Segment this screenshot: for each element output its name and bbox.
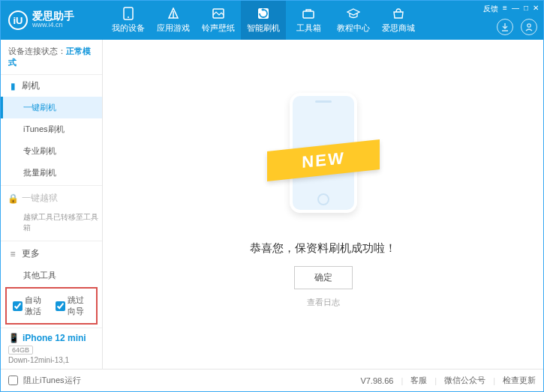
wechat-link[interactable]: 微信公众号 xyxy=(444,375,485,386)
device-info[interactable]: 📱iPhone 12 mini 64GB Down-12mini-13,1 xyxy=(1,328,102,369)
success-message: 恭喜您，保资料刷机成功啦！ xyxy=(250,241,396,256)
options-highlight: 自动激活 跳过向导 xyxy=(5,287,98,325)
nav-label: 铃声壁纸 xyxy=(202,22,235,34)
footer: 阻止iTunes运行 V7.98.66 | 客服 | 微信公众号 | 检查更新 xyxy=(1,369,543,391)
success-illustration: NEW xyxy=(275,93,372,228)
minimize-icon[interactable]: — xyxy=(512,4,519,14)
section-title: 刷机 xyxy=(22,79,40,92)
sidebar-item-batch-flash[interactable]: 批量刷机 xyxy=(1,162,102,184)
download-icon[interactable] xyxy=(497,19,513,35)
section-title: 一键越狱 xyxy=(22,192,58,205)
checkbox-label: 阻止iTunes运行 xyxy=(23,375,81,386)
device-name: 📱iPhone 12 mini xyxy=(8,333,95,343)
nav-tutorials[interactable]: 教程中心 xyxy=(331,1,376,40)
sidebar-item-pro-flash[interactable]: 专业刷机 xyxy=(1,140,102,162)
user-icon[interactable] xyxy=(521,19,537,35)
phone-small-icon: ▮ xyxy=(8,82,17,91)
nav-label: 工具箱 xyxy=(296,22,321,34)
sidebar-item-itunes-flash[interactable]: iTunes刷机 xyxy=(1,118,102,140)
store-icon xyxy=(392,7,405,20)
section-title: 更多 xyxy=(22,247,40,260)
refresh-icon xyxy=(257,7,270,20)
section-more[interactable]: ≡更多 xyxy=(1,243,102,265)
jailbreak-note: 越狱工具已转移至工具箱 xyxy=(1,209,102,239)
window-controls: 反馈 ≡ — □ ✕ xyxy=(483,4,539,14)
section-flash[interactable]: ▮刷机 xyxy=(1,75,102,97)
ok-button[interactable]: 确定 xyxy=(294,266,353,289)
checkbox-skip-guide[interactable]: 跳过向导 xyxy=(56,295,91,317)
phone-icon xyxy=(122,7,135,20)
view-log-link[interactable]: 查看日志 xyxy=(307,297,340,308)
menu-icon[interactable]: ≡ xyxy=(503,4,507,14)
sidebar: 设备连接状态：正常模式 ▮刷机 一键刷机 iTunes刷机 专业刷机 批量刷机 … xyxy=(1,40,103,369)
checkbox-auto-activate[interactable]: 自动激活 xyxy=(13,295,48,317)
checkbox-label: 自动激活 xyxy=(25,295,48,317)
nav-apps[interactable]: 应用游戏 xyxy=(151,1,196,40)
brand: iU 爱思助手 www.i4.cn xyxy=(1,10,106,30)
nav-label: 爱思商城 xyxy=(382,22,415,34)
svg-point-5 xyxy=(527,24,530,27)
nav-store[interactable]: 爱思商城 xyxy=(376,1,421,40)
checkbox-label: 跳过向导 xyxy=(68,295,91,317)
feedback-button[interactable]: 反馈 xyxy=(483,4,498,14)
sidebar-item-oneclick-flash[interactable]: 一键刷机 xyxy=(1,97,102,118)
device-model: Down-12mini-13,1 xyxy=(8,356,95,364)
wallpaper-icon xyxy=(212,7,225,20)
lock-icon: 🔒 xyxy=(8,194,17,203)
brand-title: 爱思助手 xyxy=(32,10,74,21)
nav-label: 智能刷机 xyxy=(247,22,280,34)
top-nav: 我的设备 应用游戏 铃声壁纸 智能刷机 工具箱 教程中心 爱思商城 xyxy=(106,1,421,40)
nav-label: 应用游戏 xyxy=(157,22,190,34)
maximize-icon[interactable]: □ xyxy=(524,4,528,14)
svg-rect-4 xyxy=(303,11,314,18)
brand-url: www.i4.cn xyxy=(32,21,74,30)
new-banner: NEW xyxy=(267,139,380,181)
version-label: V7.98.66 xyxy=(360,376,393,385)
app-header: iU 爱思助手 www.i4.cn 我的设备 应用游戏 铃声壁纸 智能刷机 工具… xyxy=(1,1,543,40)
device-storage: 64GB xyxy=(8,346,33,355)
toolbox-icon xyxy=(302,7,315,20)
svg-point-1 xyxy=(128,16,129,18)
menu-icon: ≡ xyxy=(8,250,17,259)
service-link[interactable]: 客服 xyxy=(410,375,427,386)
close-icon[interactable]: ✕ xyxy=(533,4,539,14)
nav-label: 教程中心 xyxy=(337,22,370,34)
phone-small-icon: 📱 xyxy=(8,333,20,343)
nav-my-device[interactable]: 我的设备 xyxy=(106,1,151,40)
connection-label: 设备连接状态： xyxy=(8,46,66,55)
nav-ringtones[interactable]: 铃声壁纸 xyxy=(196,1,241,40)
main-content: NEW 恭喜您，保资料刷机成功啦！ 确定 查看日志 xyxy=(103,40,543,369)
sidebar-item-other-tools[interactable]: 其他工具 xyxy=(1,265,102,284)
check-update-link[interactable]: 检查更新 xyxy=(503,375,536,386)
apps-icon xyxy=(167,7,180,20)
nav-toolbox[interactable]: 工具箱 xyxy=(286,1,331,40)
graduation-icon xyxy=(347,7,360,20)
connection-status: 设备连接状态：正常模式 xyxy=(1,40,102,75)
nav-label: 我的设备 xyxy=(112,22,145,34)
section-jailbreak[interactable]: 🔒一键越狱 xyxy=(1,187,102,209)
checkbox-block-itunes[interactable]: 阻止iTunes运行 xyxy=(8,375,81,386)
nav-smart-flash[interactable]: 智能刷机 xyxy=(241,1,286,40)
brand-logo-icon: iU xyxy=(8,10,28,30)
